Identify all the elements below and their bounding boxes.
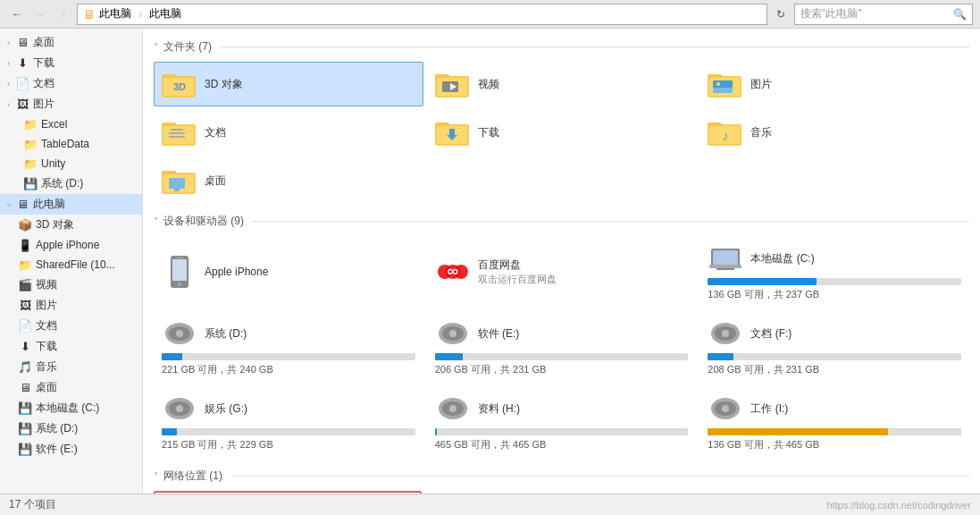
sidebar-item-tabledata[interactable]: 📁 TableData [0,134,142,154]
sidebar-item-desktop[interactable]: › 🖥 桌面 [0,32,142,53]
sidebar-item-apple-iphone[interactable]: 📱 Apple iPhone [0,235,142,255]
drive-label: Apple iPhone [205,266,268,278]
folders-section-header: ˅ 文件夹 (7) [154,39,969,55]
folder-label: 音乐 [750,125,772,140]
sidebar-item-system-d[interactable]: 💾 系统 (D:) [0,173,142,194]
search-icon: 🔍 [953,8,967,21]
refresh-button[interactable]: ↻ [771,4,791,24]
document-icon: 📄 [15,77,29,91]
sidebar-item-software-e[interactable]: 💾 软件 (E:) [0,439,142,460]
folders-section-title: 文件夹 (7) [163,39,212,55]
sidebar-label: 桌面 [36,380,57,395]
drive-name: 工作 (I:) [750,401,788,417]
folder-music-icon: ♪ [708,116,743,148]
folder-item-pictures[interactable]: 图片 [699,62,969,106]
sidebar-label: 此电脑 [33,197,65,212]
folder-item-desktop[interactable]: 桌面 [154,158,423,203]
up-button[interactable]: ↑ [54,4,73,24]
title-bar: ← → ↑ 🖥 此电脑 › 此电脑 ↻ 搜索"此电脑" 🔍 [0,0,980,29]
network-collapse-icon[interactable]: ˅ [154,471,158,481]
sidebar-label: 音乐 [36,359,57,375]
drive-item-baidu[interactable]: ∞ 百度网盘 双击运行百度网盘 [427,236,697,308]
drive-name: 资料 (H:) [478,401,520,417]
sidebar-item-videos[interactable]: 🎬 视频 [0,274,142,295]
drive-i-icon [708,393,743,425]
drive-size: 208 GB 可用，共 231 GB [708,363,961,376]
sidebar-item-3d-objects[interactable]: 📦 3D 对象 [0,215,142,235]
svg-rect-19 [169,132,185,134]
item-count: 17 个项目 [9,497,56,512]
drive-size: 221 GB 可用，共 240 GB [162,363,415,376]
drive-item-g[interactable]: 娱乐 (G:) 215 GB 可用，共 229 GB [154,386,423,458]
sidebar-label: 下载 [33,55,54,71]
drive-item-f[interactable]: 文档 (F:) 208 GB 可用，共 231 GB [699,311,969,383]
drive-top: 资料 (H:) [435,393,689,425]
sidebar-item-downloads2[interactable]: ⬇ 下载 [0,336,142,357]
network-item-sharedfile[interactable]: SharedFile (10.113.4.228) [154,491,422,494]
sidebar-label: TableData [41,138,89,150]
address-bar[interactable]: 🖥 此电脑 › 此电脑 [77,4,767,25]
folder-item-3d[interactable]: 3D 3D 对象 [154,62,423,106]
drive-item-c[interactable]: 本地磁盘 (C:) 136 GB 可用，共 237 GB [699,236,969,308]
svg-rect-33 [174,189,180,191]
sidebar-item-system-d2[interactable]: 💾 系统 (D:) [0,418,142,439]
sidebar-label: Apple iPhone [36,239,99,251]
sidebar-label: 本地磁盘 (C:) [36,401,99,416]
picture-icon: 🖼 [18,299,32,313]
sidebar-item-pictures[interactable]: › 🖼 图片 [0,94,142,114]
drive-item-apple-iphone[interactable]: Apple iPhone [154,236,423,308]
folder-item-downloads[interactable]: 下载 [427,110,697,155]
folder-item-documents[interactable]: 文档 [154,110,423,155]
iphone-icon: 📱 [18,238,32,252]
folder-item-music[interactable]: ♪ 音乐 [699,110,969,155]
sidebar-item-this-pc[interactable]: › 🖥 此电脑 [0,194,142,215]
drive-bar-container [708,428,961,435]
drive-item-e[interactable]: 软件 (E:) 206 GB 可用，共 231 GB [427,311,697,383]
folder-3d-icon: 3D [162,68,197,100]
sidebar-item-pictures2[interactable]: 🖼 图片 [0,295,142,316]
back-button[interactable]: ← [7,4,27,24]
sidebar-label: 文档 [36,318,57,333]
sidebar-label: 图片 [36,298,57,313]
drives-grid: Apple iPhone ∞ 百度网盘 双击运行百度网盘 [154,236,969,458]
drive-c-icon [708,242,743,274]
folder-item-videos[interactable]: 视频 [427,62,697,106]
drive-item-i[interactable]: 工作 (I:) 136 GB 可用，共 465 GB [699,386,969,458]
drive-icon: 💾 [18,401,32,416]
sidebar-item-documents[interactable]: › 📄 文档 [0,73,142,94]
address-text: 此电脑 [99,6,131,21]
search-bar[interactable]: 搜索"此电脑" 🔍 [794,4,973,25]
drive-bar [162,353,182,360]
sidebar-item-desktop2[interactable]: 🖥 桌面 [0,377,142,398]
chevron-icon: › [7,100,10,109]
picture-icon: 🖼 [15,97,29,112]
folder-download-icon [435,116,471,148]
drive-item-h[interactable]: 资料 (H:) 465 GB 可用，共 465 GB [427,386,697,458]
current-folder: 此电脑 [149,6,181,21]
sidebar-item-sharedfile[interactable]: 📁 SharedFile (10... [0,255,142,274]
chevron-icon: › [7,38,10,47]
sidebar-item-music[interactable]: 🎵 音乐 [0,357,142,377]
folder-video-icon [435,68,471,100]
forward-button[interactable]: → [30,4,50,24]
baidu-icon: ∞ [435,256,471,288]
folder-label: 视频 [478,77,499,92]
svg-rect-35 [172,259,187,281]
desktop-icon: 🖥 [15,36,29,50]
sidebar-item-local-disk-c[interactable]: 💾 本地磁盘 (C:) [0,398,142,418]
sidebar-item-documents2[interactable]: 📄 文档 [0,316,142,336]
drives-collapse-icon[interactable]: ˅ [154,216,158,226]
folder-label: 图片 [750,77,772,92]
folders-collapse-icon[interactable]: ˅ [154,42,158,52]
drive-item-d[interactable]: 系统 (D:) 221 GB 可用，共 240 GB [154,311,423,383]
main-layout: › 🖥 桌面 › ⬇ 下载 › 📄 文档 › 🖼 图片 📁 Excel 📁 Ta… [0,29,980,494]
3d-icon: 📦 [18,218,32,232]
sidebar-item-downloads[interactable]: › ⬇ 下载 [0,53,142,73]
sidebar-item-excel[interactable]: 📁 Excel [0,114,142,134]
drive-bar-container [435,353,689,360]
baidu-sub: 双击运行百度网盘 [478,273,557,286]
sidebar-item-unity[interactable]: 📁 Unity [0,154,142,173]
chevron-icon: › [7,80,10,89]
drive-bar [162,428,177,435]
drive-bar [708,278,817,285]
